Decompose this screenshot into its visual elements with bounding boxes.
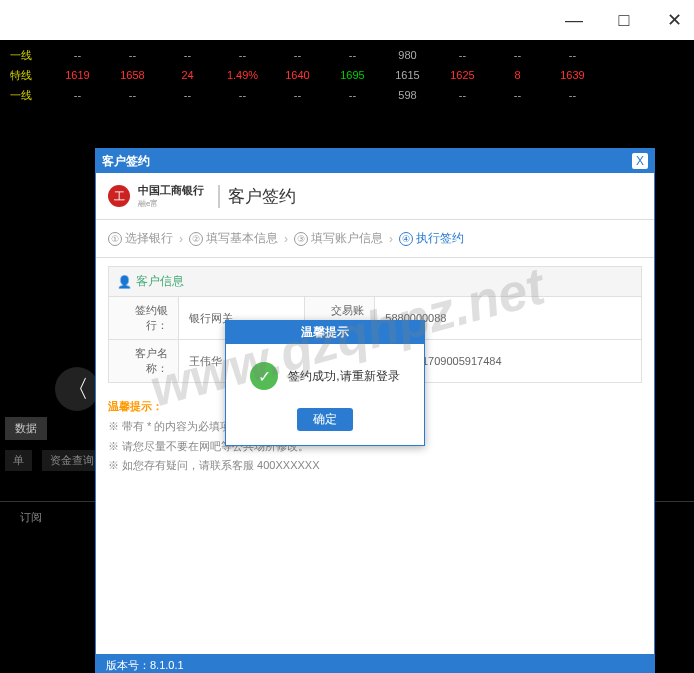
ticker-cell: -- bbox=[160, 89, 215, 101]
ticker-cell: -- bbox=[490, 89, 545, 101]
success-check-icon: ✓ bbox=[250, 362, 278, 390]
ticker-cell: 1.49% bbox=[215, 69, 270, 81]
ticker-cell: -- bbox=[105, 89, 160, 101]
ticker-cell: -- bbox=[545, 89, 600, 101]
step-4: ④执行签约 bbox=[399, 230, 464, 247]
ticker-cell: 1619 bbox=[50, 69, 105, 81]
bank-name: 中国工商银行 bbox=[138, 183, 204, 198]
step-breadcrumb: ①选择银行 › ②填写基本信息 › ③填写账户信息 › ④执行签约 bbox=[96, 220, 654, 258]
bank-logo-icon: 工 bbox=[108, 185, 130, 207]
dialog-close-button[interactable]: X bbox=[632, 153, 648, 169]
tab-data[interactable]: 数据 bbox=[5, 417, 47, 440]
ticker-cell: -- bbox=[435, 49, 490, 61]
ticker-cell: 1615 bbox=[380, 69, 435, 81]
ticker-cell: 1695 bbox=[325, 69, 380, 81]
page-heading: 客户签约 bbox=[218, 185, 296, 208]
background-app: 一线 -- -- -- -- -- -- 980 -- -- -- 特线 161… bbox=[0, 40, 694, 673]
bank-subtitle: 融e富 bbox=[138, 198, 204, 209]
ok-button[interactable]: 确定 bbox=[297, 408, 353, 431]
ticker-label: 一线 bbox=[10, 48, 50, 63]
minimize-button[interactable]: — bbox=[564, 10, 584, 30]
ticker-cell: 24 bbox=[160, 69, 215, 81]
close-button[interactable]: ✕ bbox=[664, 10, 684, 30]
ticker-cell: 1658 bbox=[105, 69, 160, 81]
chevron-right-icon: › bbox=[389, 232, 393, 246]
chevron-right-icon: › bbox=[284, 232, 288, 246]
ticker-cell: -- bbox=[325, 49, 380, 61]
dialog-title: 客户签约 bbox=[102, 153, 150, 170]
tab-order[interactable]: 单 bbox=[5, 450, 32, 471]
version-bar: 版本号：8.1.0.1 bbox=[96, 654, 654, 673]
section-header: 👤 客户信息 bbox=[108, 266, 642, 296]
ticker-cell: 598 bbox=[380, 89, 435, 101]
ticker-cell: -- bbox=[160, 49, 215, 61]
ticker-cell: -- bbox=[490, 49, 545, 61]
bank-label: 签约银行： bbox=[109, 297, 179, 340]
tab-funds[interactable]: 资金查询 bbox=[42, 450, 102, 471]
ticker-cell: -- bbox=[105, 49, 160, 61]
step-2: ②填写基本信息 bbox=[189, 230, 278, 247]
maximize-button[interactable]: □ bbox=[614, 10, 634, 30]
popup-message: 签约成功,请重新登录 bbox=[288, 368, 399, 385]
tip-line: ※ 如您存有疑问，请联系客服 400XXXXXX bbox=[108, 456, 642, 476]
ticker-cell: 1639 bbox=[545, 69, 600, 81]
ticker-cell: 1640 bbox=[270, 69, 325, 81]
chevron-right-icon: › bbox=[179, 232, 183, 246]
ticker-table: 一线 -- -- -- -- -- -- 980 -- -- -- 特线 161… bbox=[0, 40, 694, 110]
ticker-cell: 1625 bbox=[435, 69, 490, 81]
ticker-cell: -- bbox=[270, 89, 325, 101]
ticker-cell: -- bbox=[50, 49, 105, 61]
ticker-cell: 8 bbox=[490, 69, 545, 81]
name-label: 客户名称： bbox=[109, 340, 179, 383]
user-icon: 👤 bbox=[117, 275, 132, 289]
ticker-cell: -- bbox=[215, 49, 270, 61]
step-1: ①选择银行 bbox=[108, 230, 173, 247]
ticker-cell: -- bbox=[325, 89, 380, 101]
ticker-cell: 980 bbox=[380, 49, 435, 61]
ticker-cell: -- bbox=[215, 89, 270, 101]
back-button[interactable]: 〈 bbox=[55, 367, 99, 411]
step-3: ③填写账户信息 bbox=[294, 230, 383, 247]
popup-title: 温馨提示 bbox=[226, 321, 424, 344]
ticker-cell: -- bbox=[270, 49, 325, 61]
ticker-cell: -- bbox=[545, 49, 600, 61]
ticker-cell: -- bbox=[435, 89, 490, 101]
ticker-cell: -- bbox=[50, 89, 105, 101]
ticker-label: 一线 bbox=[10, 88, 50, 103]
ticker-label: 特线 bbox=[10, 68, 50, 83]
success-popup: 温馨提示 ✓ 签约成功,请重新登录 确定 bbox=[225, 320, 425, 446]
